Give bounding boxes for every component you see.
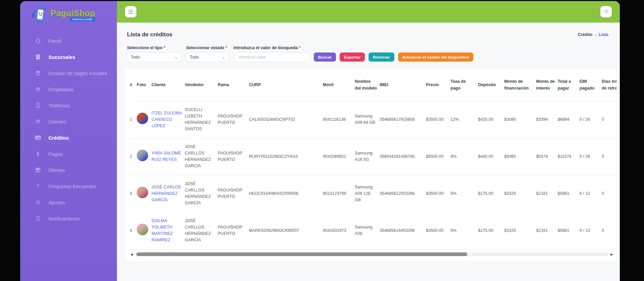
breadcrumb-separator-icon: ›	[595, 32, 596, 37]
cell-movil: 9542069921	[323, 154, 346, 159]
cell-num: 3	[130, 191, 132, 196]
cell-tasa: 12%	[450, 117, 459, 122]
client-name-link[interactable]: EDILMA YOLIBETH MARTINEZ RAMIREZ	[152, 218, 173, 242]
mascot-phone-icon	[30, 5, 49, 26]
cell-modelo: Samsung A16 5G	[355, 151, 373, 162]
cell-interes: $2161	[536, 191, 548, 196]
credits-table: #FotoClienteVendedorRamaCURPMóvilNombre …	[130, 69, 616, 249]
settings-button[interactable]	[600, 6, 612, 17]
sidebar-item-notificaciones[interactable]: Notificaciones	[20, 210, 117, 226]
logo: PaguiShop telefonía a crédito	[20, 1, 117, 27]
sidebar-item-label: Clientes	[48, 119, 67, 125]
register-icon	[35, 70, 41, 76]
type-select[interactable]: Todo ⌄	[127, 52, 181, 62]
cell-dias: 0	[602, 154, 604, 159]
column-header: Depósito	[478, 69, 504, 101]
cell-total: $11074	[558, 154, 571, 159]
cell-imei: 354685614453298	[380, 228, 415, 233]
scroll-right-icon[interactable]: ►	[610, 252, 614, 256]
cell-precio: $5500.00	[426, 154, 443, 159]
search-input[interactable]	[234, 52, 310, 62]
main-content: Lista de créditos Crédito › Lista Selecc…	[117, 23, 620, 281]
table-row: 2YARA SALOMÉ RUIZ REYESJOSÉ CARLLOS HERN…	[130, 138, 616, 175]
column-header: Monto de financiación	[504, 69, 536, 101]
search-filter-label: Introduzca el valor de búsqueda *	[233, 45, 473, 50]
export-button[interactable]: Exportar	[340, 52, 365, 62]
column-header: Rama	[218, 69, 249, 101]
cell-financiacion: $3080	[504, 117, 516, 122]
breadcrumb-parent: Crédito	[578, 32, 593, 37]
sidebar-item-empleados[interactable]: Empleados	[20, 81, 117, 97]
cell-imei: 354685617915608	[380, 117, 415, 122]
required-asterisk: *	[299, 45, 301, 50]
cell-interes: $5574	[536, 154, 548, 159]
sidebar-item-gesti-n-de-pagos-iniciales[interactable]: Gestión de pagos iniciales	[20, 65, 117, 81]
sidebar-item-cr-ditos[interactable]: Créditos	[20, 130, 117, 146]
client-avatar[interactable]	[137, 224, 148, 235]
chevron-down-icon: ⌄	[222, 55, 225, 60]
app-title: PaguiShop	[50, 8, 95, 18]
sidebar-item-label: Ofertas	[48, 167, 65, 173]
sidebar-item-label: Teléfonos	[48, 103, 70, 108]
table-row: 1ITZEL ZULEIMA CANSECO LÓPEZSUCELLI LIZB…	[130, 101, 616, 138]
cell-dias: 0	[602, 191, 604, 196]
cell-curp: HEGC910408HOCRRR06	[249, 191, 298, 196]
sidebar-item-preguntas-frecuentes[interactable]: Preguntas frecuentes	[20, 178, 117, 194]
cell-precio: $3500.00	[426, 117, 443, 122]
cell-deposito: $175.00	[478, 191, 493, 196]
sidebar-item-panel[interactable]: Panel	[20, 33, 117, 49]
sidebar-item-clientes[interactable]: Clientes	[20, 113, 117, 130]
client-name-link[interactable]: ITZEL ZULEIMA CANSECO LÓPEZ	[152, 111, 182, 128]
cell-num: 4	[130, 228, 132, 233]
cell-financiacion: $3325	[504, 228, 516, 233]
column-header: Nombre del modelo	[355, 69, 380, 101]
required-asterisk: *	[225, 45, 227, 50]
column-header: Tasa de pago	[450, 69, 478, 101]
cell-rama: PAGUISHOP PUERTO	[218, 188, 242, 199]
sidebar: PaguiShop telefonía a crédito Panel Sucu…	[20, 1, 117, 281]
cell-total: $6894	[558, 117, 569, 122]
scrollbar-thumb[interactable]	[136, 252, 467, 256]
client-avatar[interactable]	[137, 113, 148, 124]
sidebar-item-pagos[interactable]: Pagos	[20, 146, 117, 162]
sidebar-item-label: Créditos	[48, 135, 69, 141]
horizontal-scrollbar: ◄ ►	[130, 252, 614, 256]
cell-rama: PAGUISHOP PUERTO	[218, 225, 242, 236]
sidebar-toggle-button[interactable]	[125, 6, 136, 17]
table-scroll-area: #FotoClienteVendedorRamaCURPMóvilNombre …	[130, 69, 616, 249]
clients-icon	[35, 118, 41, 125]
status-select[interactable]: Todo ⌄	[186, 52, 229, 62]
cell-rama: PAGUISHOP PUERTO	[218, 151, 242, 162]
column-header: Días totales de retraso	[602, 69, 616, 101]
client-name-link[interactable]: JOSÉ CARLOS HERNÁNDEZ GARCÍA	[152, 185, 181, 202]
sidebar-item-label: Sucursales	[48, 54, 75, 60]
update-device-status-button[interactable]: Actualizar el estado del dispositivo	[398, 52, 474, 62]
search-button[interactable]: Buscar	[314, 52, 336, 62]
client-avatar[interactable]	[137, 150, 148, 161]
cell-precio: $3500.00	[426, 191, 443, 196]
column-header: CURP	[249, 69, 323, 101]
scrollbar-track[interactable]	[135, 252, 608, 256]
sidebar-item-label: Ajustes	[48, 200, 65, 205]
cell-financiacion: $3325	[504, 191, 516, 196]
column-header: Vendedor	[185, 69, 218, 101]
chevron-down-icon: ⌄	[175, 55, 178, 60]
cell-vendedor: SUCELLI LIZBETH HERNÁNDEZ SANTOS	[185, 107, 211, 131]
sidebar-item-label: Pagos	[48, 151, 63, 157]
breadcrumb-current[interactable]: Lista	[599, 32, 608, 37]
client-name-link[interactable]: YARA SALOMÉ RUIZ REYES	[152, 151, 181, 162]
credits-table-card: #FotoClienteVendedorRamaCURPMóvilNombre …	[125, 69, 616, 261]
cell-dias: 0	[602, 117, 604, 122]
reset-button[interactable]: Reiniciar	[369, 52, 394, 62]
cell-movil: 9541116138	[323, 117, 346, 122]
scroll-left-icon[interactable]: ◄	[130, 252, 134, 256]
sidebar-item-label: Gestión de pagos iniciales	[48, 70, 107, 76]
sidebar-item-ofertas[interactable]: Ofertas	[20, 162, 117, 178]
client-avatar[interactable]	[137, 187, 148, 198]
sidebar-item-ajustes[interactable]: Ajustes	[20, 194, 117, 210]
hamburger-icon	[128, 10, 133, 14]
sidebar-item-sucursales[interactable]: Sucursales	[20, 49, 117, 65]
column-header: Total a pagar	[558, 69, 579, 101]
column-header: Móvil	[323, 69, 355, 101]
sidebar-item-tel-fonos[interactable]: Teléfonos	[20, 97, 117, 113]
